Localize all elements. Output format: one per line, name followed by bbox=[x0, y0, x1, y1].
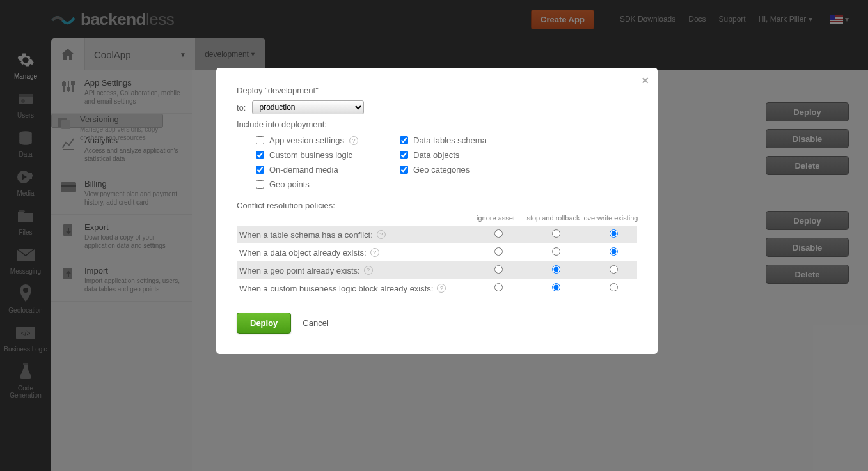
cb-ondemand-media-label: On-demand media bbox=[269, 165, 338, 174]
cb-geo-pts[interactable] bbox=[256, 180, 264, 189]
pol-row-label: When a custom buiseness logic block alre… bbox=[239, 284, 433, 293]
help-icon[interactable]: ? bbox=[370, 248, 379, 257]
pol-row: When a table schema has a conflict:? bbox=[237, 226, 637, 243]
help-icon[interactable]: ? bbox=[377, 230, 386, 239]
pol-row-label: When a geo point already exists: bbox=[239, 266, 360, 275]
pol-col-overwrite: overwrite existing bbox=[582, 214, 640, 222]
pol-radio[interactable] bbox=[610, 247, 618, 256]
cb-custom-logic[interactable] bbox=[256, 151, 264, 159]
cb-app-version[interactable] bbox=[256, 136, 264, 144]
pol-radio[interactable] bbox=[552, 229, 560, 238]
deploy-modal: × Deploy "development" to: production In… bbox=[216, 68, 658, 354]
pol-radio[interactable] bbox=[552, 283, 560, 291]
cancel-link[interactable]: Cancel bbox=[303, 318, 328, 328]
target-select[interactable]: production bbox=[252, 100, 364, 114]
include-label: Include into deployment: bbox=[237, 120, 637, 129]
pol-radio[interactable] bbox=[494, 247, 503, 256]
close-icon[interactable]: × bbox=[642, 74, 649, 88]
pol-radio[interactable] bbox=[610, 229, 618, 238]
help-icon[interactable]: ? bbox=[437, 284, 446, 293]
cb-data-objects[interactable] bbox=[400, 151, 408, 159]
pol-radio[interactable] bbox=[494, 283, 503, 291]
pol-row: When a geo point already exists:? bbox=[237, 261, 637, 279]
help-icon[interactable]: ? bbox=[364, 266, 373, 275]
cb-geo-cat[interactable] bbox=[400, 166, 408, 174]
cb-data-schema[interactable] bbox=[400, 136, 408, 144]
cb-ondemand-media[interactable] bbox=[256, 166, 264, 174]
cb-custom-logic-label: Custom business logic bbox=[269, 150, 352, 160]
pol-radio[interactable] bbox=[610, 283, 618, 291]
cb-data-objects-label: Data objects bbox=[413, 150, 459, 160]
pol-row-label: When a data object already exists: bbox=[239, 248, 367, 258]
pol-radio[interactable] bbox=[552, 265, 560, 274]
pol-col-ignore: ignore asset bbox=[467, 214, 525, 222]
cb-data-schema-label: Data tables schema bbox=[413, 135, 487, 145]
cb-geo-cat-label: Geo categories bbox=[413, 165, 470, 174]
pol-row: When a custom buiseness logic block alre… bbox=[237, 279, 637, 297]
pol-col-rollback: stop and rollback bbox=[525, 214, 582, 222]
pol-row: When a data object already exists:? bbox=[237, 243, 637, 261]
deploy-confirm-button[interactable]: Deploy bbox=[237, 313, 291, 334]
cb-geo-pts-label: Geo points bbox=[269, 180, 310, 189]
pol-label: Conflict resolution policies: bbox=[237, 201, 637, 210]
pol-radio[interactable] bbox=[552, 247, 560, 256]
modal-title: Deploy "development" bbox=[237, 86, 637, 95]
help-icon[interactable]: ? bbox=[349, 136, 358, 145]
pol-radio[interactable] bbox=[494, 229, 503, 238]
pol-radio[interactable] bbox=[494, 265, 503, 274]
pol-radio[interactable] bbox=[610, 265, 618, 274]
cb-app-version-label: App version settings bbox=[269, 135, 344, 145]
pol-row-label: When a table schema has a conflict: bbox=[239, 230, 373, 240]
to-label: to: bbox=[237, 103, 246, 112]
